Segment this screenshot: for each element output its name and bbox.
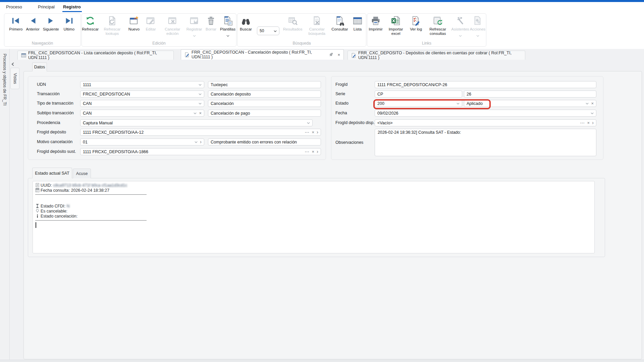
ribbon-button-label: Resultados (283, 27, 303, 32)
field-estado-1[interactable]: 200 (375, 100, 462, 107)
field-label-transaccion: Transacción (37, 90, 60, 98)
ribbon-button-editar: Editar (142, 15, 159, 32)
tab-acuse[interactable]: Acuse (73, 169, 91, 178)
tab-estado-actual-sat[interactable]: Estado actual SAT (32, 168, 72, 178)
sat-status-text-area[interactable]: UUID:c8ca9713 b5cb 471f b0ca cf1aa1d3cd1… (33, 181, 595, 253)
ribbon-button-primero[interactable]: Primero (7, 15, 24, 32)
ribbon-button-label: Siguiente (43, 27, 59, 32)
ribbon-tab-registro[interactable]: Registro (63, 2, 81, 12)
dropdown-chevron-icon[interactable] (195, 141, 198, 143)
ribbon-button-refrescar[interactable]: Refrescar (82, 15, 99, 32)
sidebar-vistas-tab[interactable]: Vistas (10, 68, 19, 89)
ribbon-button-ultimo[interactable]: Ultimo (61, 15, 77, 32)
clear-button[interactable]: × (312, 149, 314, 154)
window-refresh-icon (433, 15, 443, 26)
sidebar-procesos-panel-tab[interactable]: Procesos y objetos de FR_TI (0, 49, 10, 362)
field-transaccion[interactable]: FRCXC_DEPOSITOCAN (80, 90, 204, 98)
observaciones-textarea[interactable] (375, 129, 596, 156)
dropdown-chevron-icon[interactable] (199, 93, 202, 95)
dropdown-chevron-icon[interactable] (457, 103, 460, 105)
ribbon-button-label: Plantillas (220, 27, 235, 32)
ribbon-button-label: Registrar (186, 27, 202, 32)
field-frogid-deposito-sust[interactable]: 1111 FRCXC_DEPOSITO/AA-1866···×› (80, 148, 321, 155)
tab-datos[interactable]: Datos (32, 62, 47, 71)
page-size-combo[interactable]: 50 (257, 26, 279, 35)
close-icon[interactable]: × (337, 52, 340, 57)
ribbon-button-resultados: Resultados (282, 15, 304, 32)
more-button[interactable]: ··· (580, 121, 585, 125)
dropdown-chevron-icon[interactable] (199, 84, 202, 86)
field-frogid-deposito[interactable]: 1111 FRCXC_DEPOSITO/AA-12···×› (80, 129, 321, 136)
ribbon-button-refrescar-consultas[interactable]: Refrescar consultas (424, 15, 451, 36)
ribbon-button-nuevo[interactable]: Nuevo (125, 15, 142, 32)
tab-acuse-label: Acuse (76, 171, 88, 176)
ribbon-button-importar-excel[interactable]: Importar excel (384, 15, 408, 36)
clear-button[interactable]: × (199, 111, 202, 115)
ribbon-button-label: Refrescar consultas (426, 27, 449, 36)
sat-cal-icon (35, 188, 41, 192)
go-button[interactable]: › (317, 149, 318, 154)
ribbon-button-lista[interactable]: Lista (349, 15, 366, 32)
pin-icon[interactable] (329, 52, 333, 57)
ribbon-button-label: Imprimir (369, 27, 383, 32)
field-procedencia[interactable]: Captura Manual (80, 119, 313, 126)
ribbon-button-label: Buscar (240, 27, 252, 32)
ribbon-button-label: Ultimo (63, 27, 74, 32)
ribbon-button-plantillas[interactable]: Plantillas (219, 15, 236, 38)
field-label-frogid: FrogId (335, 81, 347, 88)
clear-button[interactable]: × (587, 121, 590, 125)
page-size-value: 50 (260, 28, 264, 33)
field-value: Cancelación de pago (211, 111, 318, 116)
go-button[interactable]: › (592, 120, 594, 125)
field-label-frogid-deposito-sust: FrogId depósito sust. (37, 148, 76, 155)
field-fecha[interactable]: 09/02/2026 (375, 110, 596, 117)
dropdown-chevron-icon[interactable] (194, 112, 197, 114)
ribbon-tab-proceso[interactable]: Proceso (6, 2, 22, 12)
ribbon-button-label: Cancelar edición (161, 27, 184, 36)
more-button[interactable]: ··· (305, 150, 310, 154)
ribbon-button-consultar[interactable]: Consultar (330, 15, 349, 32)
sat-line-label: Es cancelable: (41, 209, 67, 214)
field-serie-2[interactable]: 26 (464, 90, 596, 98)
dropdown-chevron-icon[interactable] (591, 112, 594, 114)
sat-line-estado-cancelacion: Estado cancelación: (35, 214, 592, 219)
field-tipo-de-transaccion[interactable]: CAN (80, 100, 204, 107)
dropdown-chevron-icon[interactable] (307, 122, 310, 124)
field-frogid-deposito-disp[interactable]: <Vacío>···×› (375, 119, 596, 126)
dropdown-chevron-icon[interactable] (199, 103, 202, 105)
ribbon-group-buttons: PrimeroAnteriorSiguienteUltimo (4, 14, 80, 42)
field-label-procedencia: Procedencia (37, 119, 60, 126)
clear-button[interactable]: × (312, 130, 314, 134)
ribbon-button-anterior[interactable]: Anterior (24, 15, 41, 32)
nav-prev-icon (28, 15, 38, 26)
ribbon-button-imprimir[interactable]: Imprimir (367, 15, 384, 32)
tab-estado-actual-sat-label: Estado actual SAT (35, 171, 69, 176)
go-button[interactable]: › (200, 139, 202, 144)
field-udn[interactable]: 1111 (80, 81, 204, 88)
ribbon-group-label: Edición (82, 41, 236, 46)
go-button[interactable]: › (317, 129, 318, 134)
field-value: FRCXC_DEPOSITOCAN (83, 92, 196, 97)
document-tab-3[interactable]: FRR_CXC_DEPOSITO - Depósitos de clientes… (347, 51, 525, 60)
field-label-observaciones: Observaciones (335, 139, 363, 146)
document-tab-2[interactable]: FRR_CXC_DEPOSITOCAN - Cancelación deposi… (181, 49, 344, 60)
field-frogid[interactable]: 1111 FRCXC_DEPOSITOCAN/CP-26 (375, 81, 596, 88)
more-button[interactable]: ··· (305, 130, 310, 134)
field-subtipo-transaccion[interactable]: CAN× (80, 110, 204, 117)
ribbon-button-buscar[interactable]: Buscar (237, 15, 254, 32)
document-tab-1[interactable]: FRL_CXC_DEPOSITOCAN - Lista cancelación … (17, 51, 174, 60)
clear-button[interactable]: × (591, 101, 594, 106)
dropdown-chevron-icon[interactable] (586, 103, 589, 105)
nav-last-icon (64, 15, 74, 26)
field-label-tipo-de-transaccion: Tipo de transacción (37, 100, 73, 107)
sat-line-value: 2026-02-24 18:38:27 (71, 188, 109, 193)
field-estado-2[interactable]: Aplicado× (464, 100, 596, 107)
field-serie-1[interactable]: CP (375, 90, 462, 98)
ribbon-tab-principal[interactable]: Principal (38, 2, 55, 12)
ribbon-button-siguiente[interactable]: Siguiente (41, 15, 61, 32)
document-tab-label: FRR_CXC_DEPOSITOCAN - Cancelación deposi… (192, 50, 324, 59)
collapse-chevron-icon[interactable] (11, 62, 16, 66)
ribbon-button-ver-log[interactable]: Ver log (408, 15, 424, 32)
sat-bulb-icon (35, 209, 41, 213)
field-motivo-cancelacion[interactable]: 01› (80, 138, 204, 145)
